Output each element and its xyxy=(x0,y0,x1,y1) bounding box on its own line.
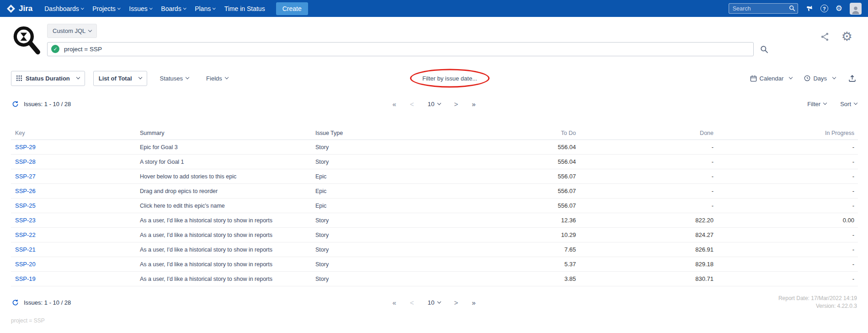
issue-inprogress-value: - xyxy=(717,246,858,253)
issue-type: Story xyxy=(315,159,425,165)
calendar-dropdown[interactable]: Calendar xyxy=(750,75,793,82)
list-of-total-button[interactable]: List of Total xyxy=(93,71,147,86)
pagination-first-button[interactable]: « xyxy=(392,100,396,108)
table-row: SSP-29 Epic for Goal 3 Story 556.04 - - xyxy=(11,140,858,155)
nav-item-issues[interactable]: Issues xyxy=(124,0,156,17)
column-header-todo: To Do xyxy=(425,130,580,136)
chevron-down-icon xyxy=(823,101,827,105)
version-label: Version: 4.22.0.3 xyxy=(778,302,857,310)
issue-inprogress-value: - xyxy=(717,144,858,150)
issue-todo-value: 556.07 xyxy=(425,188,580,194)
nav-item-projects[interactable]: Projects xyxy=(88,0,124,17)
table-row: SSP-22 As a user, I'd like a historical … xyxy=(11,228,858,242)
table-row: SSP-28 A story for Goal 1 Story 556.04 -… xyxy=(11,155,858,169)
issue-summary: As a user, I'd like a historical story t… xyxy=(140,217,315,224)
issue-todo-value: 556.07 xyxy=(425,202,580,209)
pagination-first-button[interactable]: « xyxy=(392,299,396,306)
pagination: « < 10 > » xyxy=(392,299,475,306)
issue-type: Story xyxy=(315,247,425,253)
pagination-prev-button[interactable]: < xyxy=(410,299,414,306)
issue-summary: As a user, I'd like a historical story t… xyxy=(140,276,315,282)
column-header-summary: Summary xyxy=(140,130,315,136)
issue-key-link[interactable]: SSP-26 xyxy=(15,188,36,194)
issue-key-link[interactable]: SSP-27 xyxy=(15,173,36,180)
status-duration-button[interactable]: Status Duration xyxy=(11,71,85,86)
issue-todo-value: 556.07 xyxy=(425,173,580,180)
issues-count-label: Issues: 1 - 10 / 28 xyxy=(24,101,71,107)
table-row: SSP-20 As a user, I'd like a historical … xyxy=(11,257,858,272)
pagination-last-button[interactable]: » xyxy=(472,100,475,108)
pagination-prev-button[interactable]: < xyxy=(410,100,414,108)
issue-summary: Hover below to add stories to this epic xyxy=(140,173,315,180)
jql-search-button[interactable] xyxy=(759,44,769,54)
issue-todo-value: 5.37 xyxy=(425,261,580,268)
pagination-last-button[interactable]: » xyxy=(472,299,475,306)
page-size-select[interactable]: 10 xyxy=(427,101,440,107)
nav-item-plans[interactable]: Plans xyxy=(190,0,220,17)
issue-summary: Click here to edit this epic's name xyxy=(140,203,315,209)
pagination-next-button[interactable]: > xyxy=(454,100,458,108)
issue-key-link[interactable]: SSP-20 xyxy=(15,261,36,268)
settings-icon[interactable]: ⚙ xyxy=(836,5,842,12)
nav-item-boards[interactable]: Boards xyxy=(156,0,190,17)
issue-done-value: 826.91 xyxy=(580,246,717,253)
issue-key-link[interactable]: SSP-19 xyxy=(15,275,36,282)
clock-icon xyxy=(804,75,810,81)
issue-done-value: 822.20 xyxy=(580,217,717,224)
announcement-icon[interactable] xyxy=(805,5,813,12)
issue-inprogress-value: - xyxy=(717,158,858,165)
issue-done-value: 829.18 xyxy=(580,261,717,268)
create-button[interactable]: Create xyxy=(276,2,308,15)
filter-by-issue-date-field[interactable]: Filter by issue date... xyxy=(422,75,477,82)
issue-todo-value: 10.29 xyxy=(425,231,580,238)
issue-inprogress-value: - xyxy=(717,173,858,180)
jira-home-link[interactable]: Jira xyxy=(6,4,32,13)
fields-dropdown[interactable]: Fields xyxy=(206,75,228,82)
issues-table: Key Summary Issue Type To Do Done In Pro… xyxy=(11,126,858,286)
help-icon[interactable]: ? xyxy=(820,5,828,12)
share-icon xyxy=(820,32,830,42)
sort-dropdown[interactable]: Sort xyxy=(840,101,857,107)
calendar-icon xyxy=(750,75,757,82)
refresh-button[interactable] xyxy=(11,100,20,108)
app-logo-magnifier-icon xyxy=(11,24,41,58)
issue-done-value: - xyxy=(580,202,717,209)
nav-item-time-in-status[interactable]: Time in Status xyxy=(220,0,270,17)
jql-input-wrap: ✓ xyxy=(47,42,754,56)
jql-input[interactable] xyxy=(47,42,754,56)
issue-key-link[interactable]: SSP-22 xyxy=(15,231,36,238)
jql-mode-button[interactable]: Custom JQL xyxy=(47,24,97,38)
issue-summary: As a user, I'd like a historical story t… xyxy=(140,247,315,253)
chevron-down-icon xyxy=(117,6,120,9)
issue-todo-value: 556.04 xyxy=(425,158,580,165)
report-settings-gear-icon[interactable]: ⚙ xyxy=(841,31,852,43)
filter-dropdown[interactable]: Filter xyxy=(807,101,826,107)
chevron-down-icon xyxy=(832,75,836,79)
search-icon xyxy=(760,45,768,54)
export-button[interactable] xyxy=(847,74,857,83)
nav-item-dashboards[interactable]: Dashboards xyxy=(40,0,88,17)
navbar-search-input[interactable] xyxy=(729,3,798,14)
share-button[interactable] xyxy=(819,31,831,43)
days-dropdown[interactable]: Days xyxy=(804,75,836,82)
issues-count-label: Issues: 1 - 10 / 28 xyxy=(24,299,71,306)
issue-type: Story xyxy=(315,144,425,150)
issue-type: Story xyxy=(315,261,425,268)
issue-inprogress-value: - xyxy=(717,261,858,268)
chevron-down-icon xyxy=(437,300,441,303)
issue-key-link[interactable]: SSP-25 xyxy=(15,202,36,209)
chevron-down-icon xyxy=(138,75,142,79)
table-row: SSP-19 As a user, I'd like a historical … xyxy=(11,272,858,286)
chevron-down-icon xyxy=(213,6,215,9)
refresh-button[interactable] xyxy=(11,298,20,307)
issue-key-link[interactable]: SSP-21 xyxy=(15,246,36,253)
issue-key-link[interactable]: SSP-23 xyxy=(15,217,36,224)
statuses-dropdown[interactable]: Statuses xyxy=(160,75,189,82)
page-size-select[interactable]: 10 xyxy=(427,299,440,306)
user-avatar[interactable] xyxy=(850,3,862,15)
issue-todo-value: 3.85 xyxy=(425,275,580,282)
issue-key-link[interactable]: SSP-28 xyxy=(15,158,36,165)
pagination-next-button[interactable]: > xyxy=(454,299,458,306)
navbar-search xyxy=(729,3,798,14)
issue-key-link[interactable]: SSP-29 xyxy=(15,144,36,150)
